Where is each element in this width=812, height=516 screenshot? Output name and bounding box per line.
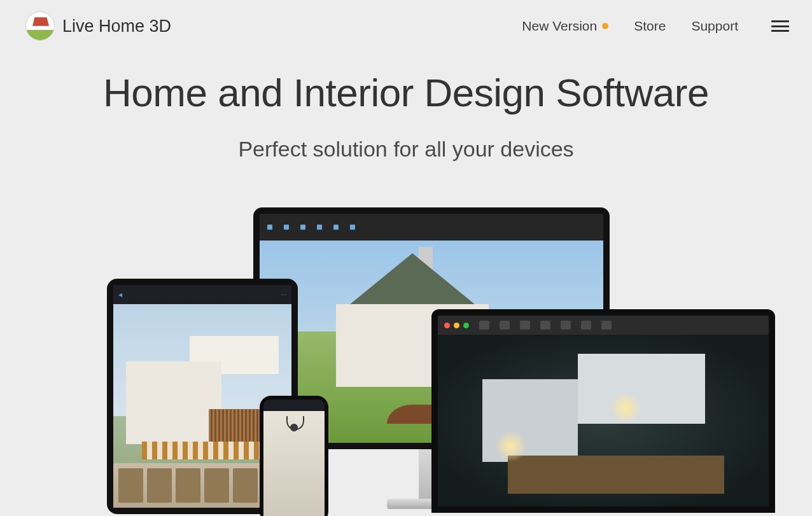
laptop-app-toolbar xyxy=(438,316,769,335)
laptop-render-scene xyxy=(438,335,769,506)
new-version-indicator-icon xyxy=(602,23,608,29)
nav-new-version-label: New Version xyxy=(522,18,597,34)
top-nav: New Version Store Support xyxy=(522,18,789,34)
page-title: Home and Interior Design Software xyxy=(0,70,812,115)
page-subtitle: Perfect solution for all your devices xyxy=(0,137,812,162)
desktop-app-toolbar xyxy=(260,214,603,241)
menu-icon[interactable] xyxy=(771,20,789,32)
window-minimize-icon xyxy=(454,323,459,328)
device-showcase: ◀⋯ xyxy=(56,207,756,513)
device-phone xyxy=(260,396,328,516)
phone-app-toolbar xyxy=(263,400,325,411)
brand-name: Live Home 3D xyxy=(62,17,171,36)
tablet-app-toolbar: ◀⋯ xyxy=(113,285,291,304)
brand[interactable]: Live Home 3D xyxy=(25,11,171,41)
device-laptop xyxy=(431,309,775,513)
nav-new-version[interactable]: New Version xyxy=(522,18,608,34)
phone-render-scene xyxy=(263,411,325,516)
nav-support[interactable]: Support xyxy=(691,18,738,34)
brand-logo-icon xyxy=(25,11,55,41)
nav-store[interactable]: Store xyxy=(634,18,666,34)
window-close-icon xyxy=(444,323,450,328)
hero: Home and Interior Design Software Perfec… xyxy=(0,70,812,162)
header: Live Home 3D New Version Store Support xyxy=(0,0,812,52)
window-zoom-icon xyxy=(463,323,469,328)
